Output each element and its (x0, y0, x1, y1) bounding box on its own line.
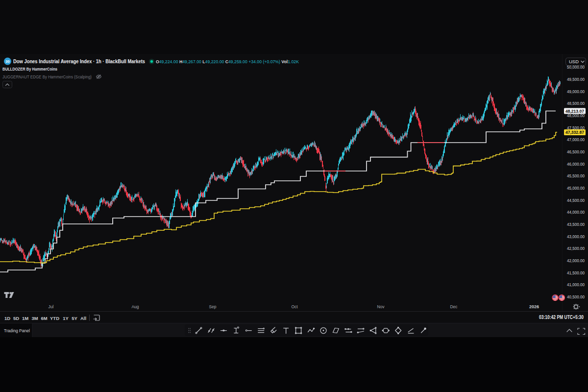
svg-text:Dow Jones Industrial Average I: Dow Jones Industrial Average Index · 1h … (13, 58, 145, 64)
svg-text:1Y: 1Y (63, 316, 69, 321)
svg-text:1D: 1D (4, 316, 10, 321)
svg-text:47,000.00: 47,000.00 (567, 137, 585, 142)
svg-text:43,000.00: 43,000.00 (567, 234, 585, 239)
svg-text:41,500.00: 41,500.00 (567, 270, 585, 275)
svg-text:Aug: Aug (131, 304, 139, 309)
svg-text:46,500.00: 46,500.00 (567, 149, 585, 154)
svg-text:44,500.00: 44,500.00 (567, 198, 585, 203)
svg-text:6M: 6M (41, 316, 47, 321)
svg-text:41,000.00: 41,000.00 (567, 282, 585, 287)
svg-text:2026: 2026 (529, 304, 539, 309)
svg-text:42,000.00: 42,000.00 (567, 258, 585, 263)
svg-text:49,500.00: 49,500.00 (567, 77, 585, 82)
svg-text:Dec: Dec (450, 304, 458, 309)
svg-text:All: All (80, 316, 86, 321)
svg-text:03:10:42 PM UTC+5:30: 03:10:42 PM UTC+5:30 (539, 315, 584, 320)
svg-text:45,500.00: 45,500.00 (567, 173, 585, 178)
svg-text:45,000.00: 45,000.00 (567, 186, 585, 191)
svg-text:5Y: 5Y (72, 316, 77, 321)
svg-text:40,500.00: 40,500.00 (567, 294, 585, 299)
svg-text:Nov: Nov (377, 304, 385, 309)
svg-text:Sep: Sep (209, 304, 216, 309)
svg-text:YTD: YTD (50, 316, 59, 321)
svg-text:BULLDOZER By HammerCoins: BULLDOZER By HammerCoins (2, 66, 57, 72)
svg-text:30: 30 (5, 59, 9, 64)
svg-text:43,500.00: 43,500.00 (567, 222, 585, 227)
svg-text:O49,224.00 H49,267.00 L49,220.: O49,224.00 H49,267.00 L49,220.00 C49,259… (156, 59, 299, 64)
svg-text:48,500.00: 48,500.00 (567, 101, 585, 106)
svg-text:49,000.00: 49,000.00 (567, 89, 585, 94)
svg-text:5D: 5D (13, 316, 19, 321)
svg-text:Jul: Jul (49, 304, 54, 309)
svg-text:3M: 3M (31, 316, 38, 321)
svg-text:48,213.07: 48,213.07 (565, 109, 584, 114)
svg-text:46,000.00: 46,000.00 (567, 162, 585, 167)
svg-text:USD: USD (569, 59, 579, 64)
svg-text:42,500.00: 42,500.00 (567, 246, 585, 251)
svg-text:Trading Panel: Trading Panel (4, 328, 30, 333)
svg-text:47,332.87: 47,332.87 (565, 130, 584, 135)
svg-text:Oct: Oct (291, 304, 298, 309)
svg-text:44,000.00: 44,000.00 (567, 210, 585, 215)
svg-text:1M: 1M (22, 316, 28, 321)
svg-text:JUGGERNAUT EDGE By HammerCoins: JUGGERNAUT EDGE By HammerCoins (Scalping… (2, 74, 92, 79)
